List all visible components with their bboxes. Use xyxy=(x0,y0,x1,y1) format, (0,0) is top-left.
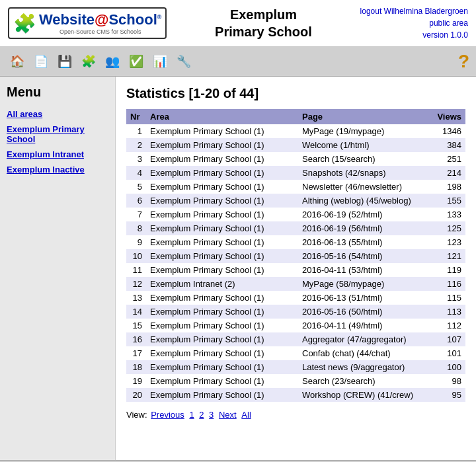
table-row: 6Exemplum Primary School (1)Althing (web… xyxy=(126,194,465,208)
cell-area: Exemplum Primary School (1) xyxy=(146,346,298,360)
sidebar-link-intranet[interactable]: Exemplum Intranet xyxy=(7,149,108,159)
table-row: 3Exemplum Primary School (1)Search (15/s… xyxy=(126,152,465,166)
cell-nr: 7 xyxy=(126,208,146,221)
cell-page: Aggregator (47/aggregator) xyxy=(298,332,429,346)
cell-nr: 11 xyxy=(126,263,146,277)
header: 🧩 Website@School® Open-Source CMS for Sc… xyxy=(0,0,476,47)
toolbar-users-icon[interactable]: 👥 xyxy=(102,51,123,72)
cell-nr: 2 xyxy=(126,138,146,152)
cell-area: Exemplum Primary School (1) xyxy=(146,332,298,346)
cell-views: 98 xyxy=(429,374,465,388)
table-row: 9Exemplum Primary School (1)2016-06-13 (… xyxy=(126,235,465,249)
cell-nr: 17 xyxy=(126,346,146,360)
sidebar-link-all-areas[interactable]: All areas xyxy=(7,109,108,119)
pagination-page1[interactable]: 1 xyxy=(189,410,194,420)
sidebar-link-primary[interactable]: Exemplum Primary School xyxy=(7,124,108,144)
col-header-nr: Nr xyxy=(126,109,146,124)
cell-views: 116 xyxy=(429,277,465,291)
view-label: View: xyxy=(126,410,147,420)
cell-views: 155 xyxy=(429,194,465,208)
cell-page: Althing (weblog) (45/weblog) xyxy=(298,194,429,208)
cell-nr: 12 xyxy=(126,277,146,291)
toolbar-save-icon[interactable]: 💾 xyxy=(54,51,75,72)
toolbar-puzzle-icon[interactable]: 🧩 xyxy=(78,51,99,72)
toolbar-home-icon[interactable]: 🏠 xyxy=(7,51,28,72)
cell-page: Workshop (CREW) (41/crew) xyxy=(298,388,429,402)
cell-page: MyPage (19/mypage) xyxy=(298,124,429,138)
cell-area: Exemplum Primary School (1) xyxy=(146,166,298,180)
toolbar-icons: 🏠 📄 💾 🧩 👥 ✅ 📊 🔧 xyxy=(7,51,194,72)
sidebar: Menu All areas Exemplum Primary School E… xyxy=(0,77,116,460)
table-row: 18Exemplum Primary School (1)Latest news… xyxy=(126,360,465,374)
pagination-all[interactable]: All xyxy=(241,410,251,420)
table-row: 14Exemplum Primary School (1)2016-05-16 … xyxy=(126,305,465,319)
page-title: Statistics [1-20 of 44] xyxy=(126,86,465,101)
cell-nr: 18 xyxy=(126,360,146,374)
cell-views: 115 xyxy=(429,291,465,305)
logo-sub: Open-Source CMS for Schools xyxy=(39,28,161,35)
table-row: 10Exemplum Primary School (1)2016-05-16 … xyxy=(126,249,465,263)
cell-page: 2016-06-13 (55/html) xyxy=(298,235,429,249)
table-row: 2Exemplum Primary School (1)Welcome (1/h… xyxy=(126,138,465,152)
cell-area: Exemplum Primary School (1) xyxy=(146,249,298,263)
toolbar-chart-icon[interactable]: 📊 xyxy=(149,51,171,72)
cell-views: 251 xyxy=(429,152,465,166)
pagination-previous[interactable]: Previous xyxy=(151,410,184,420)
table-row: 19Exemplum Primary School (1)Search (23/… xyxy=(126,374,465,388)
stats-tbody: 1Exemplum Primary School (1)MyPage (19/m… xyxy=(126,124,465,402)
toolbar-tools-icon[interactable]: 🔧 xyxy=(173,51,194,72)
cell-views: 107 xyxy=(429,332,465,346)
cell-page: 2016-04-11 (53/html) xyxy=(298,263,429,277)
toolbar-check-icon[interactable]: ✅ xyxy=(126,51,147,72)
cell-page: Snapshots (42/snaps) xyxy=(298,166,429,180)
table-row: 8Exemplum Primary School (1)2016-06-19 (… xyxy=(126,221,465,235)
cell-nr: 19 xyxy=(126,374,146,388)
col-header-views: Views xyxy=(429,109,465,124)
cell-area: Exemplum Primary School (1) xyxy=(146,208,298,221)
toolbar: 🏠 📄 💾 🧩 👥 ✅ 📊 🔧 ? xyxy=(0,47,476,77)
cell-page: Newsletter (46/newsletter) xyxy=(298,180,429,194)
table-row: 15Exemplum Primary School (1)2016-04-11 … xyxy=(126,319,465,332)
col-header-area: Area xyxy=(146,109,298,124)
logo-area: 🧩 Website@School® Open-Source CMS for Sc… xyxy=(8,7,167,39)
cell-nr: 14 xyxy=(126,305,146,319)
sidebar-title: Menu xyxy=(7,85,108,100)
cell-page: 2016-05-16 (50/html) xyxy=(298,305,429,319)
cell-views: 133 xyxy=(429,208,465,221)
cell-nr: 6 xyxy=(126,194,146,208)
cell-area: Exemplum Primary School (1) xyxy=(146,152,298,166)
cell-nr: 9 xyxy=(126,235,146,249)
table-row: 11Exemplum Primary School (1)2016-04-11 … xyxy=(126,263,465,277)
cell-views: 101 xyxy=(429,346,465,360)
cell-nr: 20 xyxy=(126,388,146,402)
cell-views: 95 xyxy=(429,388,465,402)
cell-area: Exemplum Primary School (1) xyxy=(146,138,298,152)
cell-area: Exemplum Primary School (1) xyxy=(146,235,298,249)
cell-nr: 1 xyxy=(126,124,146,138)
cell-views: 1346 xyxy=(429,124,465,138)
cell-nr: 16 xyxy=(126,332,146,346)
help-icon[interactable]: ? xyxy=(458,51,469,72)
table-row: 5Exemplum Primary School (1)Newsletter (… xyxy=(126,180,465,194)
pagination-page3[interactable]: 3 xyxy=(209,410,214,420)
cell-nr: 15 xyxy=(126,319,146,332)
cell-views: 112 xyxy=(429,319,465,332)
main: Menu All areas Exemplum Primary School E… xyxy=(0,77,476,460)
toolbar-file-icon[interactable]: 📄 xyxy=(30,51,52,72)
cell-views: 123 xyxy=(429,235,465,249)
pagination-page2[interactable]: 2 xyxy=(199,410,204,420)
cell-area: Exemplum Primary School (1) xyxy=(146,319,298,332)
logo-text: Website@School® xyxy=(39,11,161,28)
cell-page: 2016-06-19 (56/html) xyxy=(298,221,429,235)
puzzle-icon: 🧩 xyxy=(13,13,36,34)
cell-page: 2016-06-13 (51/html) xyxy=(298,291,429,305)
cell-page: Search (15/search) xyxy=(298,152,429,166)
sidebar-link-inactive[interactable]: Exemplum Inactive xyxy=(7,165,108,174)
table-row: 16Exemplum Primary School (1)Aggregator … xyxy=(126,332,465,346)
cell-views: 113 xyxy=(429,305,465,319)
site-title: Exemplum Primary School xyxy=(215,6,312,40)
logout-link-header[interactable]: logout Wilhelmina Bladergroen xyxy=(360,7,468,16)
cell-nr: 5 xyxy=(126,180,146,194)
table-row: 13Exemplum Primary School (1)2016-06-13 … xyxy=(126,291,465,305)
pagination-next[interactable]: Next xyxy=(219,410,237,420)
